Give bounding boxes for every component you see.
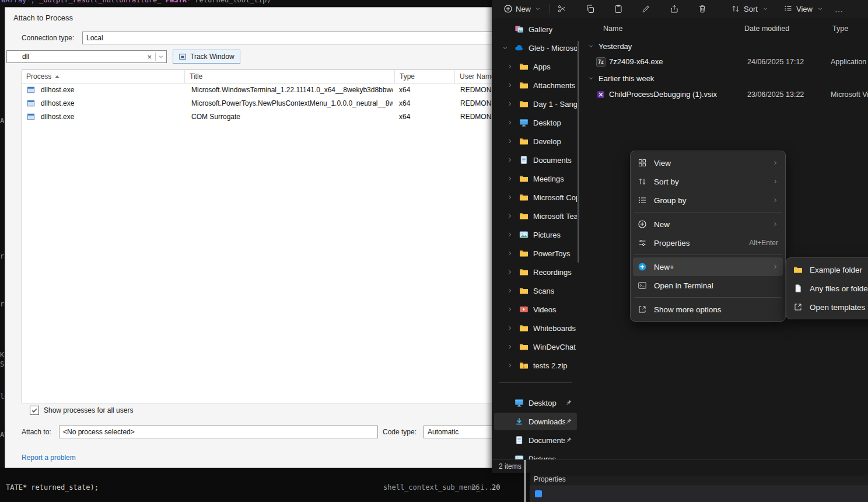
- filter-dropdown-icon[interactable]: [156, 54, 166, 60]
- submenu-item-any-files[interactable]: Any files or folde: [789, 279, 868, 298]
- sidebar-item-desktop-pinned[interactable]: Desktop: [494, 394, 577, 412]
- chevron-right-icon[interactable]: [507, 213, 513, 219]
- menu-item-sort-by[interactable]: Sort by: [633, 172, 783, 191]
- folder-icon: [519, 342, 528, 351]
- clear-filter-icon[interactable]: ×: [144, 53, 155, 61]
- sidebar-item-label: Documents: [533, 156, 572, 165]
- sidebar-item-attachments[interactable]: Attachments: [494, 76, 577, 94]
- menu-item-group-by[interactable]: Group by: [633, 191, 783, 210]
- paste-button[interactable]: [608, 2, 628, 16]
- group-yesterday[interactable]: Yesterday: [588, 39, 632, 53]
- attach-to-input[interactable]: <No process selected>: [59, 426, 378, 438]
- chevron-right-icon[interactable]: [507, 194, 513, 200]
- sidebar-item-powertoys[interactable]: PowerToys: [494, 245, 577, 262]
- menu-item-properties[interactable]: Properties Alt+Enter: [633, 233, 783, 252]
- file-row-7z[interactable]: 7z 7z2409-x64.exe 24/06/2025 17:12 Appli…: [583, 54, 868, 69]
- chevron-right-icon[interactable]: [507, 250, 513, 256]
- process-row[interactable]: dllhost.exe Microsoft.WindowsTerminal_1.…: [22, 83, 492, 97]
- share-button[interactable]: [664, 2, 684, 16]
- process-row[interactable]: dllhost.exe Microsoft.PowerToys.NewPlusC…: [22, 97, 492, 110]
- chevron-right-icon[interactable]: [507, 288, 513, 294]
- copy-button[interactable]: [580, 2, 600, 16]
- column-header-process[interactable]: Process: [22, 70, 184, 83]
- chevron-right-icon[interactable]: [507, 306, 513, 312]
- cut-button[interactable]: [552, 2, 572, 16]
- menu-item-view[interactable]: View: [633, 154, 783, 172]
- sidebar-item-recordings[interactable]: Recordings: [494, 263, 577, 281]
- rename-button[interactable]: [636, 2, 656, 16]
- sidebar-item-label: WinDevChat c: [533, 343, 577, 351]
- code-token: WArray*,: [1, 0, 39, 4]
- checkbox-checked[interactable]: [30, 406, 39, 415]
- sidebar-item-videos[interactable]: Videos: [494, 301, 577, 318]
- process-name: dllhost.exe: [41, 110, 181, 124]
- file-row-vsix[interactable]: ChildProcessDebugging (1).vsix 23/06/202…: [583, 87, 868, 102]
- zip-folder-icon: [519, 361, 528, 370]
- chevron-right-icon[interactable]: [507, 138, 513, 144]
- view-button[interactable]: View: [779, 2, 829, 16]
- column-header-type[interactable]: Type: [394, 70, 454, 83]
- chevron-right-icon[interactable]: [507, 362, 513, 368]
- process-filter-input[interactable]: dll ×: [6, 50, 167, 63]
- sidebar-item-documents[interactable]: Documents: [494, 151, 577, 169]
- column-date-modified[interactable]: Date modified: [744, 25, 789, 33]
- sort-ascending-icon: [55, 75, 60, 78]
- menu-item-open-in-terminal[interactable]: Open in Terminal: [633, 276, 783, 295]
- new-button[interactable]: New: [499, 2, 547, 16]
- report-problem-link[interactable]: Report a problem: [22, 454, 76, 462]
- chevron-right-icon[interactable]: [507, 344, 513, 350]
- sidebar-item-tests-zip[interactable]: tests 2.zip: [494, 357, 577, 374]
- sidebar-item-windevchat[interactable]: WinDevChat c: [494, 338, 577, 355]
- column-name[interactable]: Name: [603, 25, 622, 33]
- menu-item-new[interactable]: New: [633, 215, 783, 233]
- sidebar-item-day1[interactable]: Day 1 - Sangee: [494, 95, 577, 113]
- column-header-title[interactable]: Title: [184, 70, 394, 83]
- menu-item-new-plus[interactable]: New+: [633, 257, 783, 276]
- chevron-right-icon[interactable]: [507, 157, 513, 163]
- process-row[interactable]: dllhost.exe COM Surrogate x64 REDMOND: [22, 110, 492, 124]
- column-type[interactable]: Type: [832, 25, 848, 33]
- sidebar-item-microsoft-teams[interactable]: Microsoft Tear: [494, 207, 577, 225]
- chevron-down-icon[interactable]: [502, 45, 508, 51]
- track-window-button[interactable]: Track Window: [173, 50, 240, 64]
- sidebar-item-meetings[interactable]: Meetings: [494, 170, 577, 187]
- delete-button[interactable]: [692, 2, 712, 16]
- sidebar-item-pictures[interactable]: Pictures: [494, 226, 577, 243]
- application-window-icon: [27, 99, 35, 107]
- folder-icon: [519, 249, 528, 258]
- chevron-right-icon[interactable]: [507, 269, 513, 275]
- file-name: ChildProcessDebugging (1).vsix: [609, 90, 717, 99]
- sidebar-item-apps[interactable]: Apps: [494, 58, 577, 75]
- chevron-right-icon[interactable]: [507, 101, 513, 107]
- sidebar-item-downloads-pinned[interactable]: Downloads: [494, 413, 577, 430]
- connection-type-dropdown[interactable]: Local: [82, 32, 492, 44]
- menu-item-show-more-options[interactable]: Show more options: [633, 300, 783, 319]
- sidebar-item-whiteboards[interactable]: Whiteboards: [494, 319, 577, 337]
- sidebar-item-pictures-pinned[interactable]: Pictures: [494, 450, 577, 460]
- sidebar-scrollbar[interactable]: [578, 41, 579, 263]
- chevron-right-icon[interactable]: [507, 325, 513, 331]
- sidebar-item-scans[interactable]: Scans: [494, 282, 577, 299]
- sidebar-item-microsoft-copilot[interactable]: Microsoft Cop: [494, 189, 577, 206]
- sidebar-item-onedrive[interactable]: Gleb - Microsof: [494, 39, 577, 57]
- group-earlier-this-week[interactable]: Earlier this week: [588, 71, 654, 85]
- sidebar-item-develop[interactable]: Develop: [494, 133, 577, 150]
- sidebar-item-gallery[interactable]: Gallery: [494, 20, 577, 38]
- folder-icon: [519, 211, 528, 221]
- see-more-button[interactable]: …: [830, 2, 848, 16]
- terminal-icon: [638, 281, 647, 290]
- show-all-users-checkbox[interactable]: Show processes for all users: [30, 406, 133, 415]
- code-token: _Outptr_result_nullonfailure_: [39, 0, 166, 4]
- chevron-right-icon[interactable]: [507, 232, 513, 238]
- code-type-dropdown[interactable]: Automatic: [424, 426, 492, 438]
- submenu-item-example-folder[interactable]: Example folder: [789, 260, 868, 279]
- sort-button[interactable]: Sort: [726, 2, 774, 16]
- column-header-process-label: Process: [26, 72, 51, 81]
- chevron-right-icon[interactable]: [507, 82, 513, 88]
- chevron-right-icon[interactable]: [507, 176, 513, 182]
- submenu-item-open-templates[interactable]: Open templates: [789, 298, 868, 316]
- sidebar-item-documents-pinned[interactable]: Documents: [494, 431, 577, 449]
- sidebar-item-desktop[interactable]: Desktop: [494, 114, 577, 131]
- chevron-right-icon[interactable]: [507, 120, 513, 126]
- chevron-right-icon[interactable]: [507, 64, 513, 69]
